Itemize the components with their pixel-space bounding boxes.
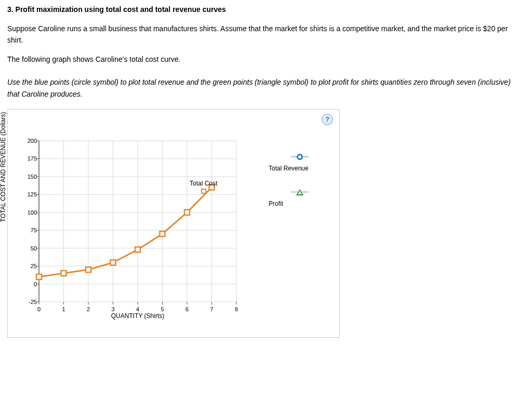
chart-svg	[39, 141, 236, 302]
y-axis-label: TOTAL COST AND REVENUE (Dollars)	[0, 112, 7, 222]
y-tick: 175	[17, 155, 37, 162]
x-tick: 8	[235, 306, 238, 312]
y-tick: 50	[17, 245, 37, 251]
svg-rect-40	[36, 274, 42, 280]
y-tick: 0	[17, 281, 37, 287]
problem-instruction: Use the blue points (circle symbol) to p…	[7, 76, 525, 100]
graph-container: ? TOTAL COST AND REVENUE (Dollars) Total…	[7, 109, 340, 338]
y-tick: 100	[17, 209, 37, 216]
svg-rect-42	[86, 267, 91, 272]
total-cost-label-marker	[201, 189, 206, 194]
x-tick: 6	[185, 306, 189, 312]
svg-rect-46	[184, 210, 190, 215]
problem-text-1: Suppose Caroline runs a small business t…	[7, 23, 525, 46]
triangle-icon	[296, 189, 303, 195]
circle-icon	[297, 154, 303, 160]
x-tick: 3	[111, 306, 114, 312]
x-tick: 1	[62, 306, 65, 312]
y-tick: 125	[17, 191, 37, 197]
question-title: 3. Profit maximization using total cost …	[7, 5, 525, 14]
help-button[interactable]: ?	[322, 114, 333, 125]
legend-panel: Total Revenue Profit	[269, 152, 331, 223]
y-tick: 200	[17, 138, 37, 144]
legend-total-revenue-label: Total Revenue	[269, 165, 331, 172]
svg-rect-43	[111, 260, 116, 265]
x-tick: 5	[161, 306, 164, 312]
x-axis-label: QUANTITY (Shirts)	[39, 312, 236, 320]
plot-area[interactable]: Total Cost -2502550751001251501752000123…	[39, 141, 236, 302]
x-tick: 7	[210, 306, 213, 312]
legend-profit[interactable]: Profit	[269, 188, 331, 207]
x-tick: 4	[136, 306, 139, 312]
x-tick: 2	[87, 306, 90, 312]
y-tick: 25	[17, 263, 37, 269]
y-tick: 75	[17, 227, 37, 233]
legend-total-revenue[interactable]: Total Revenue	[269, 152, 331, 172]
x-tick: 0	[37, 306, 41, 312]
svg-rect-41	[61, 271, 66, 276]
problem-text-2: The following graph shows Caroline's tot…	[7, 54, 525, 65]
y-tick: -25	[17, 299, 37, 305]
svg-rect-44	[135, 247, 140, 252]
y-tick: 150	[17, 174, 37, 180]
legend-profit-label: Profit	[269, 200, 331, 207]
total-cost-label: Total Cost	[190, 180, 217, 187]
svg-rect-45	[160, 231, 165, 236]
